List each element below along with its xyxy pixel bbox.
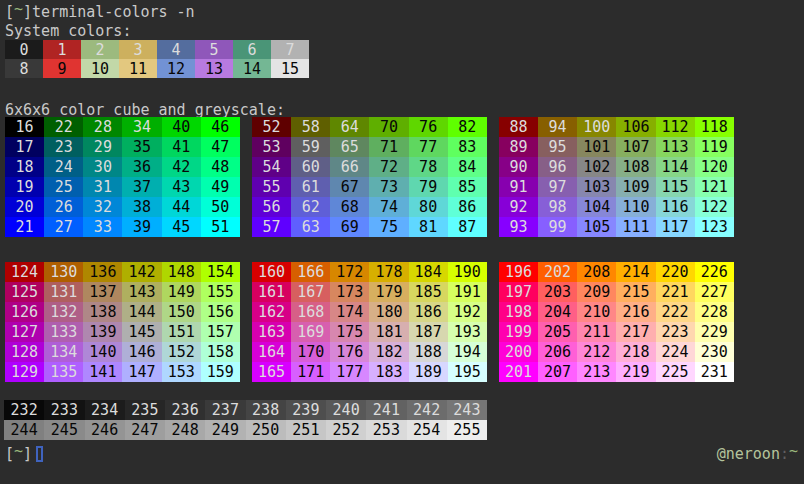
- cube-color-cell: 114: [656, 157, 695, 177]
- cube-color-cell: 66: [330, 157, 369, 177]
- greyscale-cell: 233: [44, 400, 84, 420]
- cube-color-cell: 70: [369, 117, 408, 137]
- greyscale-cell: 236: [165, 400, 205, 420]
- cube-color-cell: 104: [577, 197, 616, 217]
- system-color-cell: 4: [157, 40, 195, 59]
- greyscale-cell: 252: [326, 420, 366, 440]
- system-color-cell: 11: [119, 59, 157, 78]
- greyscale-cell: 248: [165, 420, 205, 440]
- cube-color-cell: 223: [656, 322, 695, 342]
- cube-color-cell: 102: [577, 157, 616, 177]
- cube-color-cell: 141: [83, 362, 122, 382]
- greyscale-cell: 241: [366, 400, 406, 420]
- cube-color-cell: 88: [499, 117, 538, 137]
- cube-color-cell: 201: [499, 362, 538, 382]
- cube-color-cell: 72: [369, 157, 408, 177]
- cube-color-cell: 158: [201, 342, 240, 362]
- cube-color-cell: 90: [499, 157, 538, 177]
- system-color-cell: 6: [233, 40, 271, 59]
- cube-color-cell: 225: [656, 362, 695, 382]
- cube-color-cell: 212: [577, 342, 616, 362]
- cube-color-cell: 117: [656, 217, 695, 237]
- cube-color-cell: 176: [330, 342, 369, 362]
- cube-color-cell: 183: [369, 362, 408, 382]
- system-color-cell: 5: [195, 40, 233, 59]
- cube-color-cell: 182: [369, 342, 408, 362]
- cube-color-cell: 69: [330, 217, 369, 237]
- host-status: @neroon:~: [717, 445, 798, 464]
- cube-color-cell: 132: [44, 302, 83, 322]
- cube-color-cell: 29: [83, 137, 122, 157]
- system-color-cell: 15: [271, 59, 309, 78]
- cube-color-cell: 174: [330, 302, 369, 322]
- cube-color-cell: 61: [291, 177, 330, 197]
- cube-color-cell: 149: [162, 282, 201, 302]
- cube-color-cell: 121: [695, 177, 734, 197]
- system-color-row: 89101112131415: [5, 59, 309, 78]
- cube-color-cell: 205: [538, 322, 577, 342]
- cube-color-cell: 202: [538, 262, 577, 282]
- prompt-cwd: ~: [14, 442, 23, 460]
- cube-color-cell: 186: [409, 302, 448, 322]
- cube-color-cell: 156: [201, 302, 240, 322]
- cube-color-cell: 113: [656, 137, 695, 157]
- cube-color-cell: 52: [252, 117, 291, 137]
- cube-color-cell: 163: [252, 322, 291, 342]
- terminal-screen[interactable]: [~]terminal-colors -n System colors: 012…: [0, 0, 804, 484]
- cube-color-cell: 84: [448, 157, 487, 177]
- system-color-row: 01234567: [5, 40, 309, 59]
- cube-color-cell: 207: [538, 362, 577, 382]
- cube-color-cell: 123: [695, 217, 734, 237]
- cube-color-cell: 98: [538, 197, 577, 217]
- cube-color-cell: 26: [44, 197, 83, 217]
- system-color-cell: 7: [271, 40, 309, 59]
- cube-block-16: 1622283440461723293541471824303642481925…: [5, 117, 240, 237]
- cube-color-cell: 179: [369, 282, 408, 302]
- cube-color-cell: 146: [122, 342, 161, 362]
- cube-color-cell: 60: [291, 157, 330, 177]
- greyscale-cell: 238: [246, 400, 286, 420]
- cube-color-cell: 103: [577, 177, 616, 197]
- cube-color-cell: 180: [369, 302, 408, 322]
- cube-color-cell: 211: [577, 322, 616, 342]
- cube-color-cell: 86: [448, 197, 487, 217]
- cube-color-cell: 171: [291, 362, 330, 382]
- cube-color-cell: 108: [616, 157, 655, 177]
- cube-color-cell: 55: [252, 177, 291, 197]
- cube-color-cell: 199: [499, 322, 538, 342]
- greyscale-cell: 240: [326, 400, 366, 420]
- cube-color-cell: 124: [5, 262, 44, 282]
- prompt-open-bracket: [: [5, 445, 14, 463]
- cube-color-cell: 59: [291, 137, 330, 157]
- cube-color-cell: 96: [538, 157, 577, 177]
- greyscale-cell: 246: [85, 420, 125, 440]
- cube-color-cell: 151: [162, 322, 201, 342]
- cube-color-cell: 216: [616, 302, 655, 322]
- cube-color-cell: 51: [201, 217, 240, 237]
- system-color-cell: 0: [5, 40, 43, 59]
- cube-color-cell: 170: [291, 342, 330, 362]
- cube-color-cell: 46: [201, 117, 240, 137]
- cube-color-cell: 76: [409, 117, 448, 137]
- cube-color-cell: 162: [252, 302, 291, 322]
- cube-block-52: 5258647076825359657177835460667278845561…: [252, 117, 487, 237]
- cube-color-cell: 80: [409, 197, 448, 217]
- cube-color-cell: 135: [44, 362, 83, 382]
- cube-color-cell: 73: [369, 177, 408, 197]
- cube-color-cell: 130: [44, 262, 83, 282]
- cube-color-cell: 65: [330, 137, 369, 157]
- cube-color-cell: 213: [577, 362, 616, 382]
- cube-color-cell: 67: [330, 177, 369, 197]
- cube-color-cell: 142: [122, 262, 161, 282]
- cube-color-cell: 35: [122, 137, 161, 157]
- cube-color-cell: 23: [44, 137, 83, 157]
- cube-color-cell: 220: [656, 262, 695, 282]
- cube-color-cell: 81: [409, 217, 448, 237]
- cube-color-cell: 208: [577, 262, 616, 282]
- cube-color-cell: 85: [448, 177, 487, 197]
- cube-color-cell: 148: [162, 262, 201, 282]
- cube-color-cell: 144: [122, 302, 161, 322]
- cube-color-cell: 97: [538, 177, 577, 197]
- greyscale-cell: 255: [447, 420, 487, 440]
- cube-color-cell: 27: [44, 217, 83, 237]
